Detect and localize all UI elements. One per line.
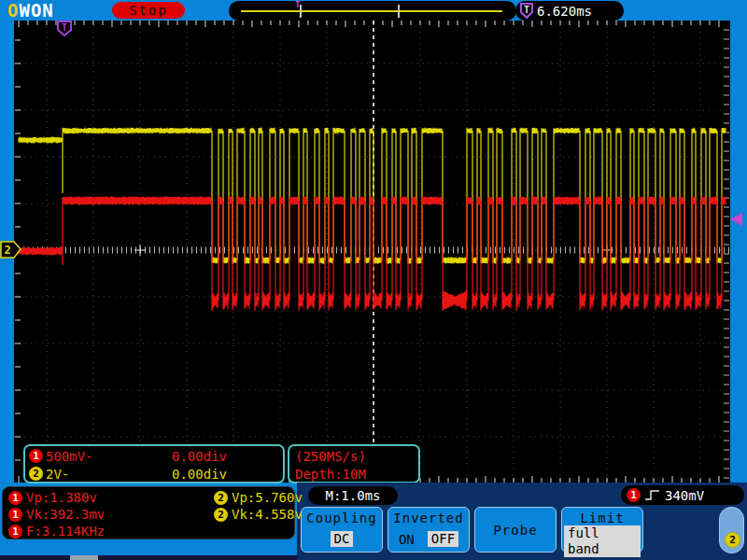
top-bar: OWON Stop T T 6.620ms [0,0,747,21]
inverted-option-off: OFF [428,531,458,547]
coupling-value: DC [331,531,354,547]
ch2-vp: Vp:5.760v [232,490,303,505]
ch2-vk-row: 2 Vk:4.558v [214,506,303,523]
ch2-offset: 0.00div [172,467,227,482]
ch1-badge: 1 [8,525,22,539]
ch1-badge: 1 [8,508,22,522]
channel-scale-box: 1 500mV- 0.00div 2 2V- 0.00div [23,444,285,483]
rising-edge-icon [644,489,661,501]
probe-title: Probe [493,523,537,538]
trigger-time-value: 6.620ms [537,4,592,19]
trigger-level-readout: 1 340mV [621,485,744,505]
limit-title: Limit [580,511,624,525]
ch2-badge: 2 [214,491,228,505]
ch1-scale: 500mV- [46,449,93,464]
ch2-vk: Vk:4.558v [232,507,303,522]
sample-rate: (250MS/s) [295,449,366,464]
menu-button-limit[interactable]: Limit full band [561,507,643,553]
run-state-badge[interactable]: Stop [112,2,185,19]
acquisition-box: (250MS/s) Depth:10M [288,444,420,483]
svg-text:T: T [62,22,67,33]
bottom-strip-notch [70,555,98,560]
record-view-bar: T [229,1,516,21]
logo-o: O [7,0,19,21]
coupling-title: Coupling [306,511,376,525]
view-window-right-bracket [398,5,400,18]
menu-button-probe[interactable]: Probe [474,507,557,553]
timebase-readout: M:1.0ms [308,486,398,505]
record-line [241,10,502,12]
ch1-vp: Vp:1.380v [26,490,97,505]
active-channel-number: 2 [725,532,740,548]
ch2-measurements: 2 Vp:5.760v 2 Vk:4.558v [214,489,303,523]
timebase-value: M:1.0ms [325,488,380,503]
scope-graticule-and-traces: T [14,21,730,483]
ch2-badge: 2 [214,508,228,522]
oscilloscope-screen: { "topbar": { "logo_o": "O", "logo_rest"… [0,0,747,560]
logo-rest: WON [19,0,53,21]
trigger-level-value: 340mV [665,488,704,503]
memory-depth: Depth:10M [295,467,366,482]
trigger-channel-badge: 1 [627,488,641,502]
menu-button-inverted[interactable]: Inverted ON OFF [388,507,470,553]
ch1-scale-row: 1 500mV- 0.00div [29,447,279,465]
trigger-time-readout: T 6.620ms [515,1,624,21]
trigger-level-arrow-icon[interactable] [730,213,742,226]
ch2-vp-row: 2 Vp:5.760v [214,489,303,506]
active-channel-indicator[interactable]: 2 [719,507,744,553]
svg-text:T: T [524,5,529,15]
ch2-scale-row: 2 2V- 0.00div [29,465,279,483]
ch1-vk: Vk:392.3mv [26,507,105,522]
ch1-offset: 0.00div [172,449,227,464]
ch1-freq-row: 1 F:3.114KHz [8,523,294,539]
record-trigger-t-icon: T [295,0,300,9]
ch2-marker-label: 2 [4,244,10,257]
inverted-title: Inverted [393,511,463,525]
owon-logo: OWON [7,0,54,21]
menu-button-coupling[interactable]: Coupling DC [301,507,383,553]
measurement-box: 1 Vp:1.380v 1 Vk:392.3mv 1 F:3.114KHz 2 … [2,486,295,539]
ch1-badge: 1 [29,449,43,463]
depth-row: Depth:10M [295,465,413,483]
ch1-freq: F:3.114KHz [26,524,105,539]
limit-value: full band [564,525,641,557]
sample-rate-row: (250MS/s) [295,447,413,465]
inverted-option-on: ON [399,532,415,547]
run-state-label: Stop [129,3,168,18]
ch2-scale: 2V- [46,467,69,482]
waveform-display: T [14,21,730,483]
bottom-strip [0,555,297,560]
ch1-badge: 1 [8,491,22,505]
ch2-ground-marker[interactable]: 2 [0,241,22,259]
ch2-badge: 2 [29,467,43,481]
trigger-t-shield-icon: T [519,2,534,20]
